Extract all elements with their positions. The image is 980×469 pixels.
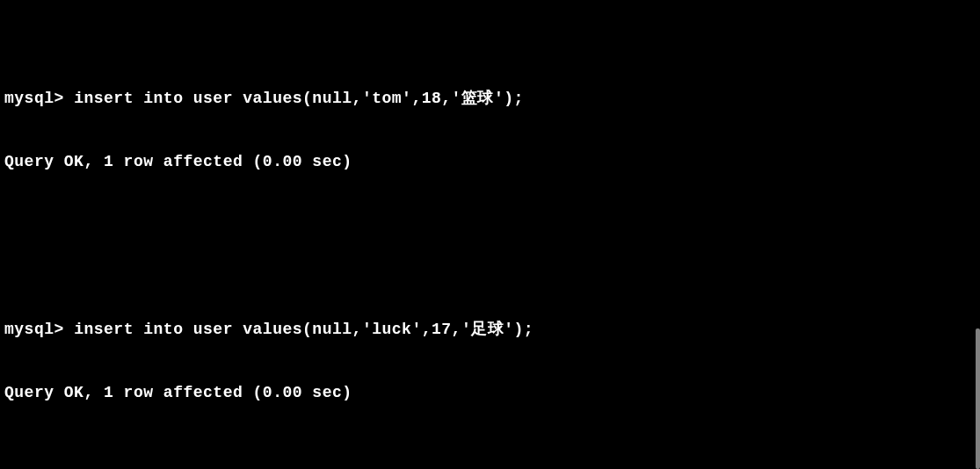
sql-command: insert into user values(null,'tom',18,'篮… [74, 90, 524, 107]
terminal-output[interactable]: mysql> insert into user values(null,'tom… [4, 4, 976, 469]
scrollbar-thumb[interactable] [976, 328, 980, 469]
command-block: mysql> insert into user values(null,'tom… [4, 47, 976, 215]
mysql-prompt: mysql> [4, 321, 64, 338]
command-block: mysql> insert into user values(null,'luc… [4, 278, 976, 446]
query-response: Query OK, 1 row affected (0.00 sec) [4, 152, 976, 173]
command-line: mysql> insert into user values(null,'tom… [4, 89, 976, 110]
mysql-prompt: mysql> [4, 90, 64, 107]
command-line: mysql> insert into user values(null,'luc… [4, 320, 976, 341]
sql-command: insert into user values(null,'luck',17,'… [74, 321, 534, 338]
query-response: Query OK, 1 row affected (0.00 sec) [4, 383, 976, 404]
